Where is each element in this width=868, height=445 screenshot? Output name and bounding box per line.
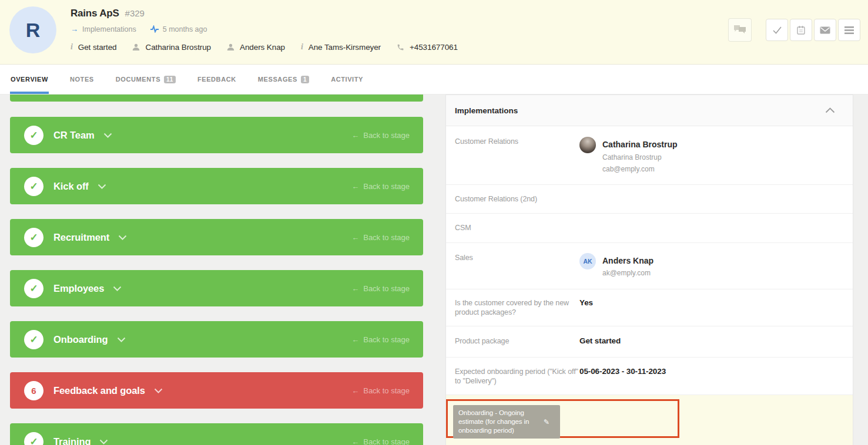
back-arrow-icon: ← (351, 386, 359, 395)
tab-notes[interactable]: NOTES (70, 65, 94, 94)
check-icon: ✓ (29, 231, 38, 244)
check-icon: ✓ (29, 436, 38, 445)
implementations-panel: Implementations Customer Relations Catha… (445, 95, 853, 445)
back-arrow-icon: ← (351, 182, 359, 191)
tab-feedback[interactable]: FEEDBACK (197, 65, 236, 94)
back-to-stage-button[interactable]: ← Back to stage (351, 182, 410, 191)
contact-row: i Get started Catharina Brostrup Anders … (71, 42, 458, 52)
tasks-button[interactable] (766, 19, 788, 41)
field-row-covered-by-packages: Is the customer covered by the new produ… (446, 289, 853, 326)
calendar-icon (796, 25, 806, 35)
phone-icon (397, 43, 404, 51)
person-icon (132, 43, 140, 51)
field-row-sales: Sales AK Anders Knap ak@emply.com (446, 243, 853, 289)
tab-messages[interactable]: MESSAGES 1 (258, 65, 309, 94)
chat-button[interactable] (728, 18, 752, 42)
stage-card-kick-off[interactable]: ✓ Kick off ← Back to stage (10, 168, 423, 204)
chevron-down-icon[interactable] (118, 235, 127, 240)
stage-done-badge: ✓ (24, 279, 43, 298)
contact-product-package: i Get started (71, 42, 116, 52)
case-id: #329 (125, 8, 145, 18)
back-to-stage-button[interactable]: ← Back to stage (351, 131, 410, 140)
stage-done-badge: ✓ (24, 330, 43, 349)
calendar-button[interactable] (790, 19, 812, 41)
back-arrow-icon: ← (351, 284, 359, 293)
back-arrow-icon: ← (351, 131, 359, 140)
editable-field-chip[interactable]: Onboarding - Ongoing estimate (for chang… (453, 405, 560, 439)
chevron-down-icon[interactable] (98, 184, 106, 189)
chevron-down-icon[interactable] (113, 286, 122, 291)
contact-person-3: i Ane Tams-Kirsmeyer (301, 42, 381, 52)
check-icon: ✓ (29, 333, 38, 346)
contact-person-2: Anders Knap (227, 43, 285, 52)
chat-bubbles-icon (733, 25, 746, 35)
hamburger-menu-icon (844, 26, 854, 34)
avatar-initials: AK (579, 253, 596, 269)
panel-header: Implementations (446, 95, 853, 126)
contact-phone: +4531677061 (397, 43, 458, 52)
back-to-stage-button[interactable]: ← Back to stage (351, 335, 410, 344)
updated-ago: 5 months ago (163, 25, 207, 33)
stage-card-employees[interactable]: ✓ Employees ← Back to stage (10, 270, 423, 306)
info-icon: i (301, 42, 303, 52)
check-icon (772, 26, 782, 35)
check-icon: ✓ (29, 129, 38, 141)
back-arrow-icon: ← (351, 335, 359, 344)
mail-button[interactable] (814, 19, 836, 41)
stage-card-cr-team[interactable]: ✓ CR Team ← Back to stage (10, 117, 423, 153)
page-header: R Rains ApS #329 → Implementations 5 mon… (0, 0, 868, 65)
chevron-down-icon[interactable] (154, 388, 163, 393)
tab-overview[interactable]: OVERVIEW (11, 65, 48, 94)
stage-done-badge: ✓ (24, 126, 43, 145)
chevron-down-icon[interactable] (117, 337, 126, 342)
stage-done-badge: ✓ (24, 177, 43, 196)
activity-pulse-icon (150, 25, 159, 33)
field-row-onboarding-ongoing-estimate: Onboarding - Ongoing estimate (for chang… (446, 395, 853, 445)
field-row-customer-relations-2nd: Customer Relations (2nd) (446, 185, 853, 214)
stage-card-recruitment[interactable]: ✓ Recruitment ← Back to stage (10, 219, 423, 255)
collapse-chevron-up-icon[interactable] (825, 107, 835, 113)
tab-bar: OVERVIEW NOTES DOCUMENTS 11 FEEDBACK MES… (0, 65, 868, 95)
chevron-down-icon[interactable] (99, 439, 108, 444)
breadcrumb-arrow-icon: → (71, 25, 78, 33)
header-toolbar (728, 18, 860, 42)
back-arrow-icon: ← (351, 233, 359, 242)
company-avatar: R (9, 6, 56, 53)
menu-button[interactable] (838, 19, 860, 41)
tab-activity[interactable]: ACTIVITY (331, 65, 363, 94)
check-icon: ✓ (29, 180, 38, 193)
field-row-product-package: Product package Get started (446, 326, 853, 358)
stage-card-feedback-and-goals[interactable]: 6 Feedback and goals ← Back to stage (10, 372, 423, 409)
documents-count-badge: 11 (164, 76, 176, 83)
stage-card-onboarding[interactable]: ✓ Onboarding ← Back to stage (10, 321, 423, 358)
contact-person-1: Catharina Brostrup (132, 43, 211, 52)
back-to-stage-button[interactable]: ← Back to stage (351, 437, 410, 445)
main-content: ✓ CR Team ← Back to stage ✓ Kick off ← B… (0, 95, 868, 445)
info-icon: i (71, 42, 73, 52)
stage-card-training[interactable]: ✓ Training ← Back to stage (10, 423, 423, 445)
envelope-icon (820, 26, 830, 34)
page-title: Rains ApS (71, 8, 119, 19)
person-icon (227, 43, 234, 51)
check-icon: ✓ (29, 282, 38, 295)
back-to-stage-button[interactable]: ← Back to stage (351, 284, 410, 293)
stage-card-partial[interactable] (10, 95, 423, 102)
avatar-photo (579, 137, 596, 153)
messages-count-badge: 1 (301, 76, 309, 83)
tab-documents[interactable]: DOCUMENTS 11 (116, 65, 176, 94)
back-to-stage-button[interactable]: ← Back to stage (351, 386, 410, 395)
back-to-stage-button[interactable]: ← Back to stage (351, 233, 410, 242)
stage-done-badge: ✓ (24, 432, 43, 445)
highlight-outline: Onboarding - Ongoing estimate (for chang… (446, 399, 679, 438)
stage-list: ✓ CR Team ← Back to stage ✓ Kick off ← B… (10, 95, 423, 445)
field-row-expected-onboarding-period: Expected onboarding period ("Kick off" t… (446, 358, 853, 395)
field-row-csm: CSM (446, 214, 853, 243)
breadcrumb: Implementations (82, 25, 136, 33)
stage-count-badge: 6 (24, 381, 43, 400)
panel-title: Implementations (455, 106, 518, 115)
field-row-customer-relations: Customer Relations Catharina Brostrup Ca… (446, 126, 853, 185)
back-arrow-icon: ← (351, 437, 359, 445)
chevron-down-icon[interactable] (103, 133, 112, 138)
stage-done-badge: ✓ (24, 228, 43, 247)
edit-pencil-icon[interactable]: ✎ (544, 418, 549, 426)
